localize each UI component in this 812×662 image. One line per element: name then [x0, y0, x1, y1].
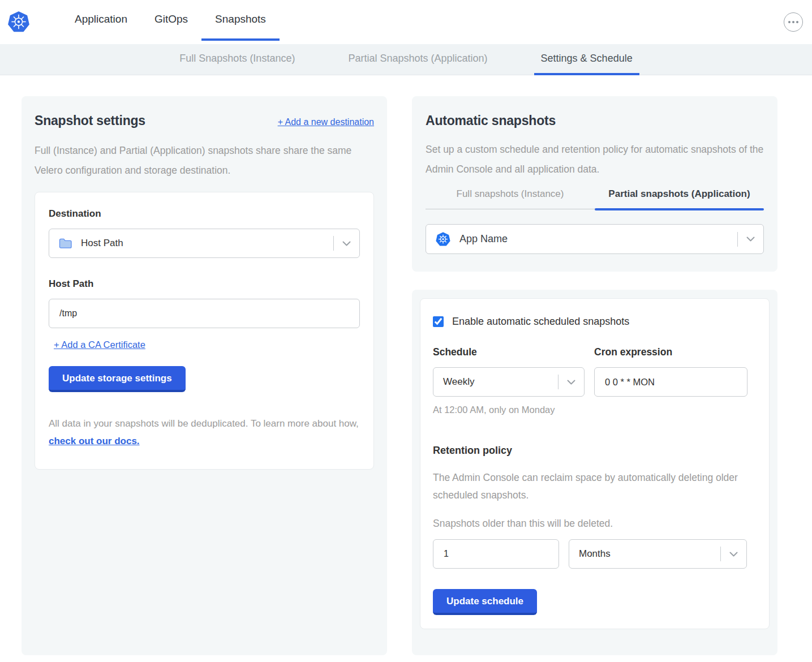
tab-partial-snapshots[interactable]: Partial Snapshots (Application) [341, 44, 494, 75]
enable-snapshots-checkbox[interactable] [433, 316, 444, 327]
app-select-value: App Name [459, 233, 508, 245]
cron-readable-hint: At 12:00 AM, only on Monday [433, 405, 757, 415]
chevron-down-icon [738, 237, 763, 242]
chevron-down-icon [558, 380, 584, 385]
schedule-interval-value: Weekly [443, 376, 474, 388]
nav-item-application[interactable]: Application [61, 0, 141, 41]
automatic-snapshots-card: Automatic snapshots Set up a custom sche… [412, 96, 777, 272]
tab-full-snapshots[interactable]: Full Snapshots (Instance) [173, 44, 302, 75]
retention-policy-title: Retention policy [433, 445, 757, 457]
schedule-card: Enable automatic scheduled snapshots Sch… [420, 298, 770, 629]
cron-expression-label: Cron expression [594, 346, 747, 358]
kubernetes-logo-icon [8, 11, 29, 33]
update-storage-settings-button[interactable]: Update storage settings [49, 366, 186, 392]
destination-form-card: Destination Host Path H [35, 192, 374, 470]
schedule-outer-card: Enable automatic scheduled snapshots Sch… [412, 290, 777, 655]
top-navbar: Application GitOps Snapshots [0, 0, 812, 44]
ellipsis-icon [788, 21, 790, 23]
brand-logo[interactable] [8, 11, 29, 33]
docs-link[interactable]: check out our docs. [49, 436, 140, 446]
primary-nav: Application GitOps Snapshots [61, 0, 280, 44]
automatic-snapshots-description: Set up a custom schedule and retention p… [426, 140, 764, 179]
retention-policy-description: The Admin Console can reclaim space by a… [433, 469, 757, 504]
folder-icon [59, 238, 72, 249]
retention-unit-value: Months [579, 548, 611, 560]
tab-full-snapshots-instance[interactable]: Full snapshots (Instance) [426, 188, 595, 209]
enable-snapshots-label[interactable]: Enable automatic scheduled snapshots [452, 316, 629, 328]
snapshot-settings-card: Snapshot settings + Add a new destinatio… [22, 96, 387, 655]
automatic-snapshots-title: Automatic snapshots [426, 113, 764, 128]
tab-partial-snapshots-application[interactable]: Partial snapshots (Application) [595, 188, 764, 209]
dedupe-footer-text: All data in your snapshots will be dedup… [49, 415, 360, 450]
host-path-label: Host Path [49, 278, 360, 290]
kubernetes-app-icon [436, 232, 450, 247]
destination-select-value: Host Path [81, 238, 123, 249]
destination-label: Destination [49, 208, 360, 220]
chevron-down-icon [334, 241, 359, 246]
destination-select[interactable]: Host Path [49, 229, 360, 258]
host-path-input[interactable] [49, 299, 360, 328]
snapshot-settings-description: Full (Instance) and Partial (Application… [35, 141, 374, 180]
schedule-interval-select[interactable]: Weekly [433, 367, 585, 397]
snapshot-type-tabs: Full snapshots (Instance) Partial snapsh… [426, 188, 764, 209]
main-content: Snapshot settings + Add a new destinatio… [0, 75, 812, 662]
retention-unit-select[interactable]: Months [569, 539, 747, 569]
snapshot-settings-title: Snapshot settings [35, 113, 145, 128]
nav-item-snapshots[interactable]: Snapshots [201, 0, 280, 41]
update-schedule-button[interactable]: Update schedule [433, 589, 537, 615]
cron-expression-input[interactable] [594, 367, 747, 397]
chevron-down-icon [721, 552, 746, 557]
retention-hint: Snapshots older than this will be delete… [433, 518, 757, 530]
retention-value-input[interactable] [433, 539, 559, 569]
add-ca-certificate-link[interactable]: + Add a CA Certificate [54, 339, 145, 350]
overflow-menu-button[interactable] [784, 12, 803, 32]
schedule-label: Schedule [433, 346, 585, 358]
add-destination-link[interactable]: + Add a new destination [278, 117, 374, 127]
snapshots-subnav: Full Snapshots (Instance) Partial Snapsh… [0, 44, 812, 75]
app-select[interactable]: App Name [426, 224, 764, 254]
tab-settings-schedule[interactable]: Settings & Schedule [534, 44, 639, 75]
nav-item-gitops[interactable]: GitOps [141, 0, 201, 41]
